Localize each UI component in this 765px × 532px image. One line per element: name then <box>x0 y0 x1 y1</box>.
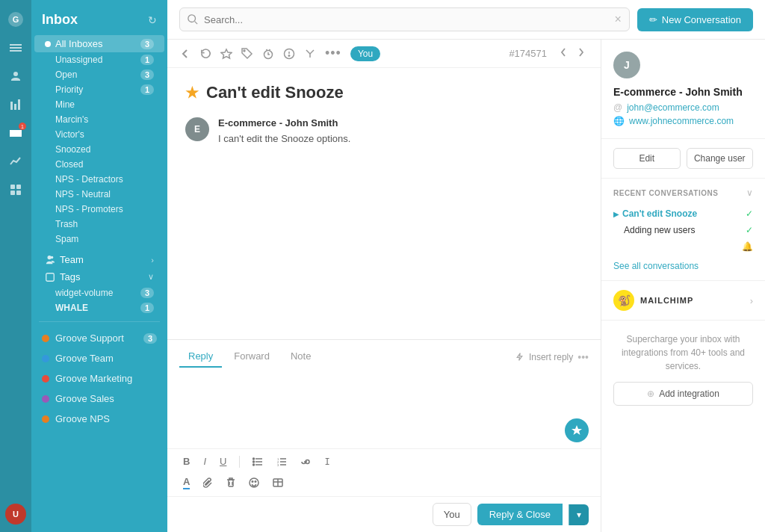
sidebar-tag-widget-volume[interactable]: widget-volume 3 <box>34 285 164 300</box>
top-bar: × ✏ New Conversation <box>167 0 765 40</box>
ai-assist-button[interactable] <box>565 418 589 442</box>
sidebar-item-nps-neutral[interactable]: NPS - Neutral <box>34 187 164 202</box>
sidebar-item-snoozed[interactable]: Snoozed <box>34 142 164 157</box>
search-clear-icon[interactable]: × <box>614 13 621 26</box>
reply-editor[interactable] <box>167 368 601 416</box>
contact-website-text[interactable]: www.johnecommerce.com <box>629 116 734 126</box>
conversation-body: ★ Can't edit Snooze E E-commerce - John … <box>167 68 601 339</box>
prev-conv-button[interactable] <box>556 46 571 61</box>
snooze-conv-icon[interactable] <box>262 48 274 60</box>
svg-point-30 <box>253 461 255 463</box>
sidebar-item-closed[interactable]: Closed <box>34 157 164 172</box>
conversation-toolbar: ••• You #174571 <box>167 40 601 68</box>
see-all-conversations-link[interactable]: See all conversations <box>613 261 699 271</box>
code-button[interactable]: I <box>320 454 333 469</box>
sidebar-item-marcins[interactable]: Marcin's <box>34 112 164 127</box>
contact-name: E-commerce - John Smith <box>613 86 753 98</box>
recent-conversations-collapse-icon[interactable]: ∨ <box>746 188 753 198</box>
search-box: × <box>179 7 630 31</box>
groove-nps-dot <box>42 415 49 423</box>
sidebar-item-victors[interactable]: Victor's <box>34 127 164 142</box>
sidebar-tag-whale[interactable]: WHALE 1 <box>34 300 164 315</box>
sidebar-item-open[interactable]: Open 3 <box>34 67 164 82</box>
mailchimp-row[interactable]: 🐒 MAILCHIMP › <box>613 290 753 311</box>
sidebar-inbox-groove-sales[interactable]: Groove Sales <box>31 389 167 409</box>
svg-line-14 <box>195 22 198 25</box>
change-user-button[interactable]: Change user <box>687 148 754 169</box>
sidebar-item-nps-detractors[interactable]: NPS - Detractors <box>34 172 164 187</box>
insert-reply-more-icon[interactable]: ••• <box>577 351 589 363</box>
reply-close-dropdown-button[interactable]: ▾ <box>569 504 589 525</box>
svg-rect-6 <box>14 104 16 110</box>
table-button[interactable] <box>269 476 287 489</box>
marcins-label: Marcin's <box>55 114 88 125</box>
tab-reply[interactable]: Reply <box>179 346 222 368</box>
sidebar-item-unassigned[interactable]: Unassigned 1 <box>34 52 164 67</box>
apps-icon[interactable] <box>4 178 28 202</box>
analytics-icon[interactable] <box>4 149 28 173</box>
reports-icon[interactable] <box>4 93 28 117</box>
recent-conv-item-2[interactable]: Adding new users ✓ <box>613 222 753 238</box>
merge-conv-icon[interactable] <box>304 48 316 60</box>
user-avatar[interactable]: U <box>5 504 26 525</box>
groove-nps-label: Groove NPS <box>55 413 110 424</box>
back-icon[interactable] <box>179 48 191 60</box>
new-conversation-button[interactable]: ✏ New Conversation <box>637 8 753 31</box>
status-conv-icon[interactable] <box>283 48 295 60</box>
mailchimp-left: 🐒 MAILCHIMP <box>613 290 693 311</box>
recent-conv-item-1[interactable]: ▶ Can't edit Snooze ✓ <box>613 205 753 222</box>
link-button[interactable] <box>297 456 315 468</box>
menu-icon[interactable] <box>4 36 28 60</box>
message-text: I can't edit the Snooze options. <box>218 132 583 146</box>
subject-text: Can't edit Snooze <box>206 83 344 102</box>
sidebar-item-tags[interactable]: Tags ∨ <box>34 268 164 285</box>
sidebar-inbox-groove-nps[interactable]: Groove NPS <box>31 409 167 429</box>
sidebar-item-mine[interactable]: Mine <box>34 97 164 112</box>
contact-email-text[interactable]: john@ecommerce.com <box>627 102 719 113</box>
reply-assignee-button[interactable]: You <box>433 503 471 526</box>
inbox-badge: 1 <box>19 123 26 130</box>
sidebar-item-team[interactable]: Team › <box>34 251 164 268</box>
search-input[interactable] <box>204 14 608 25</box>
sidebar-inbox-groove-support[interactable]: Groove Support 3 <box>31 328 167 348</box>
tab-forward[interactable]: Forward <box>225 346 279 368</box>
edit-contact-button[interactable]: Edit <box>613 148 681 169</box>
attachment-button[interactable] <box>199 475 217 490</box>
refresh-conv-icon[interactable] <box>200 48 211 59</box>
mailchimp-section: 🐒 MAILCHIMP › <box>601 281 765 321</box>
star-conv-icon[interactable] <box>220 48 232 60</box>
text-color-button[interactable]: A <box>179 474 193 492</box>
add-integration-button[interactable]: ⊕ Add integration <box>613 382 753 406</box>
bullet-list-button[interactable] <box>249 455 267 468</box>
numbered-list-button[interactable]: 1 2 3 <box>273 455 291 468</box>
recent-conv-item-3[interactable]: 🔔 <box>613 238 753 255</box>
more-conv-icon[interactable]: ••• <box>325 46 341 61</box>
emoji-button[interactable] <box>245 475 263 490</box>
sidebar-item-trash[interactable]: Trash <box>34 217 164 232</box>
sidebar-item-nps-promoters[interactable]: NPS - Promoters <box>34 202 164 217</box>
contacts-icon[interactable] <box>4 64 28 88</box>
sidebar-item-priority[interactable]: Priority 1 <box>34 82 164 97</box>
sidebar-item-spam[interactable]: Spam <box>34 232 164 247</box>
bold-button[interactable]: B <box>179 454 193 469</box>
refresh-icon[interactable]: ↻ <box>148 14 157 26</box>
tab-note[interactable]: Note <box>282 346 320 368</box>
sidebar-inbox-groove-marketing[interactable]: Groove Marketing <box>31 368 167 389</box>
recent-conversations-section: RECENT CONVERSATIONS ∨ ▶ Can't edit Snoo… <box>601 179 765 281</box>
new-conversation-label: New Conversation <box>662 14 741 25</box>
italic-button[interactable]: I <box>199 454 210 469</box>
inbox-icon[interactable]: 1 <box>4 121 28 145</box>
underline-button[interactable]: U <box>216 454 230 469</box>
svg-marker-26 <box>517 353 522 361</box>
message-item: E E-commerce - John Smith I can't edit t… <box>185 117 583 146</box>
assignee-badge[interactable]: You <box>350 46 380 61</box>
groove-logo-icon[interactable]: G <box>4 7 28 31</box>
insert-reply-button[interactable]: Insert reply ••• <box>515 351 589 363</box>
reply-close-button[interactable]: Reply & Close <box>477 504 563 525</box>
mailchimp-name: MAILCHIMP <box>640 296 693 305</box>
next-conv-button[interactable] <box>574 46 589 61</box>
tag-conv-icon[interactable] <box>241 48 253 60</box>
delete-button[interactable] <box>223 475 239 490</box>
sidebar-item-all-inboxes[interactable]: All Inboxes 3 <box>34 35 164 52</box>
sidebar-inbox-groove-team[interactable]: Groove Team <box>31 348 167 368</box>
